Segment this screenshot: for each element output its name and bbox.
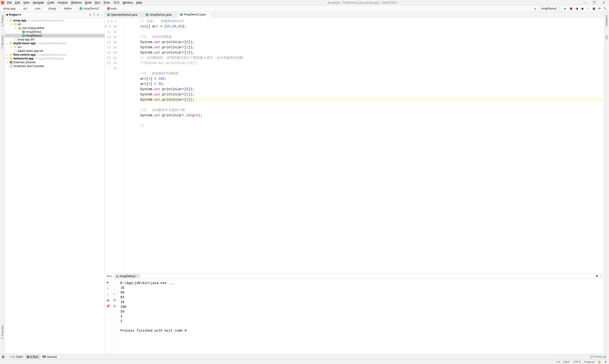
tree-item-arraydemo2[interactable]: CArrayDemo2 (5, 34, 104, 38)
up-button[interactable]: ↑ (114, 281, 115, 284)
bottom-tab----run[interactable]: ▶ 4: Run (26, 355, 40, 359)
database-toolwindow-tab[interactable]: Database (605, 14, 608, 27)
profile-button[interactable]: ◉ (581, 7, 584, 11)
editor-tab-arraydemo2-java[interactable]: CArrayDemo2.java× (178, 12, 212, 18)
print-button[interactable]: 🖶 (113, 298, 116, 302)
editor-tabs: COperatorDemo2.java×CArrayDemo1.java×CAr… (105, 12, 604, 18)
search-icon[interactable]: 🔍 (603, 7, 607, 11)
menu-code[interactable]: Code (46, 0, 56, 5)
run-tab[interactable]: ▶ArrayDemo2 × (115, 274, 140, 278)
wrap-button[interactable]: ↩ (113, 292, 116, 296)
bottom-tab-terminal[interactable]: ⌨ Terminal (40, 355, 59, 359)
file-encoding[interactable]: UTF-8 (573, 360, 581, 363)
tree-item-src[interactable]: ▾📁src (5, 22, 104, 26)
line-number-gutter: 5 6 7 8 9 10 11 12 13 14 15 16 17 18 19 … (105, 18, 119, 273)
menu-edit[interactable]: Edit (13, 0, 21, 5)
line-separator[interactable]: CRLF (563, 360, 570, 363)
menu-tools[interactable]: Tools (102, 0, 112, 5)
run-button[interactable]: ▶ (563, 7, 567, 11)
menu-help[interactable]: Help (135, 0, 143, 5)
pin-button[interactable]: 📌 (106, 304, 110, 308)
bottom-toolwindow-bar: ✓ 6: TODO▶ 4: Run⌨ Terminal 💬 Event Log (0, 354, 609, 359)
menu-run[interactable]: Run (93, 0, 102, 5)
navigation-bar: array-appsrccomzhangdefineCArrayDemo2mma… (0, 5, 609, 12)
reload-icon[interactable]: ↘ (533, 7, 537, 11)
breadcrumb-define[interactable]: define (63, 6, 77, 11)
project-toolwindow-tab[interactable]: 1: Project (1, 14, 4, 27)
ant-toolwindow-tab[interactable]: Ant (605, 35, 608, 40)
tree-item-com-zhang-define[interactable]: ▾▣com.zhang.define (5, 26, 104, 30)
update-icon[interactable]: ⟳ (597, 7, 601, 11)
tree-item-day02-basic-app-iml[interactable]: 📄day02-basic-app.iml (5, 49, 104, 53)
console-output[interactable]: D:\App\jdk\bin\java.exe ... 16 99 65 16 … (118, 279, 604, 354)
menu-navigate[interactable]: Navigate (31, 0, 45, 5)
fold-gutter[interactable] (119, 18, 123, 273)
tree-item-helloworld-app[interactable]: ▸📁helloworld-appD:\App\ItelliJIDEA\javas… (5, 57, 104, 60)
expand-all-icon[interactable]: ⇵ (93, 13, 95, 16)
structure-toolwindow-tab[interactable]: 7: Structure (1, 34, 4, 50)
down-button[interactable]: ↓ (114, 286, 115, 290)
breadcrumb-array-app[interactable]: array-app (2, 6, 21, 11)
window-title: javasepro - ArrayDemo2.java [array-app] … (143, 1, 582, 4)
maximize-button[interactable]: ❐ (591, 1, 597, 4)
layout-button[interactable]: ▦ (107, 298, 109, 302)
editor-tab-operatordemo2-java[interactable]: COperatorDemo2.java× (105, 12, 143, 17)
readonly-lock-icon[interactable]: 🔓 (598, 360, 601, 363)
dump-button[interactable]: ⤓ (107, 292, 109, 296)
select-opened-file-icon[interactable]: ⊕ (89, 13, 91, 16)
breadcrumb-src[interactable]: src (22, 6, 33, 11)
project-panel: ■ Project ▾ ⊕ ⇵ ⚙ ─ ▾📁array-appD:\App\It… (5, 12, 105, 354)
project-tree[interactable]: ▾📁array-appD:\App\ItelliJIDEA\javasepro\… (5, 18, 104, 354)
breadcrumb-com[interactable]: com (34, 6, 46, 11)
bottom-tab----todo[interactable]: ✓ 6: TODO (8, 355, 25, 359)
coverage-button[interactable]: ◑ (575, 7, 579, 11)
tree-item-flow-control-app[interactable]: ▸📁flow-control-appD:\App\ItelliJIDEA\jav… (5, 53, 104, 57)
menu-view[interactable]: View (22, 0, 31, 5)
settings-icon[interactable]: ⚙ (97, 13, 99, 16)
right-toolwindow-bar: Database Ant (604, 12, 609, 354)
run-configuration-selector[interactable]: ArrayDemo2 (539, 6, 561, 11)
code-editor[interactable]: // 目标： 掌握数组的访问 int[] arr = {16,99,65}; /… (123, 18, 604, 273)
minimize-button[interactable]: ─ (582, 1, 588, 4)
caret-position[interactable]: 7:3 (556, 360, 560, 363)
tree-item-scratches-and-consoles[interactable]: 📋Scratches and Consoles (5, 64, 104, 68)
tree-item-array-app-iml[interactable]: 📄array-app.iml (5, 38, 104, 41)
tree-item-day02-basic-app[interactable]: ▸📁day02-basic-appD:\App\ItelliJIDEA\java… (5, 41, 104, 45)
hide-panel-icon[interactable]: ─ (101, 13, 103, 16)
menu-window[interactable]: Window (121, 0, 134, 5)
breadcrumb-main[interactable]: mmain (106, 6, 118, 11)
run-settings-icon[interactable]: ⚙ (596, 274, 598, 278)
breadcrumbs: array-appsrccomzhangdefineCArrayDemo2mma… (2, 6, 533, 11)
favorites-toolwindow-tab[interactable]: 2: Favorites (1, 324, 4, 340)
run-hide-icon[interactable]: ─ (600, 274, 602, 278)
debug-button[interactable]: 🐞 (569, 7, 573, 11)
close-button[interactable]: ✕ (600, 1, 607, 4)
toolwindows-quickaccess-icon[interactable] (2, 356, 4, 358)
run-panel: Run: ▶ArrayDemo2 × ⚙ ─ ▶ ■ ⤓ ▦ 📌 ↑ (105, 273, 604, 354)
indent-info[interactable]: 4 spaces (584, 360, 595, 363)
menu-file[interactable]: File (6, 0, 13, 5)
menu-analyze[interactable]: Analyze (56, 0, 69, 5)
titlebar: FileEditViewNavigateCodeAnalyzeRefactorB… (0, 0, 609, 5)
tree-item-arraydemo1[interactable]: CArrayDemo1 (5, 30, 104, 34)
menu-vcs[interactable]: VCS (112, 0, 121, 5)
structure-icon[interactable]: ▦ (592, 7, 596, 11)
menu-build[interactable]: Build (84, 0, 93, 5)
breadcrumb-zhang[interactable]: zhang (47, 6, 62, 11)
breadcrumb-arraydemo2[interactable]: CArrayDemo2 (78, 6, 104, 11)
stop-run-button[interactable]: ■ (107, 286, 109, 290)
menu-refactor[interactable]: Refactor (70, 0, 83, 5)
project-panel-title: ■ Project ▾ (6, 13, 88, 16)
clear-button[interactable]: 🗑 (113, 304, 116, 308)
app-icon (1, 1, 4, 4)
status-bar: 7:3 CRLF UTF-8 4 spaces 🔓 👁 (0, 359, 609, 364)
inspection-icon[interactable]: 👁 (605, 360, 607, 363)
event-log-button[interactable]: 💬 Event Log (589, 355, 607, 358)
editor-tab-arraydemo1-java[interactable]: CArrayDemo1.java× (143, 12, 178, 17)
tree-item-src[interactable]: ▸📁src (5, 45, 104, 49)
rerun-button[interactable]: ▶ (107, 281, 109, 284)
menubar[interactable]: FileEditViewNavigateCodeAnalyzeRefactorB… (6, 0, 143, 5)
tree-item-external-libraries[interactable]: ▸📚External Libraries (5, 60, 104, 64)
stop-button[interactable]: ■ (586, 7, 590, 11)
tree-item-array-app[interactable]: ▾📁array-appD:\App\ItelliJIDEA\javasepro\… (5, 19, 104, 22)
